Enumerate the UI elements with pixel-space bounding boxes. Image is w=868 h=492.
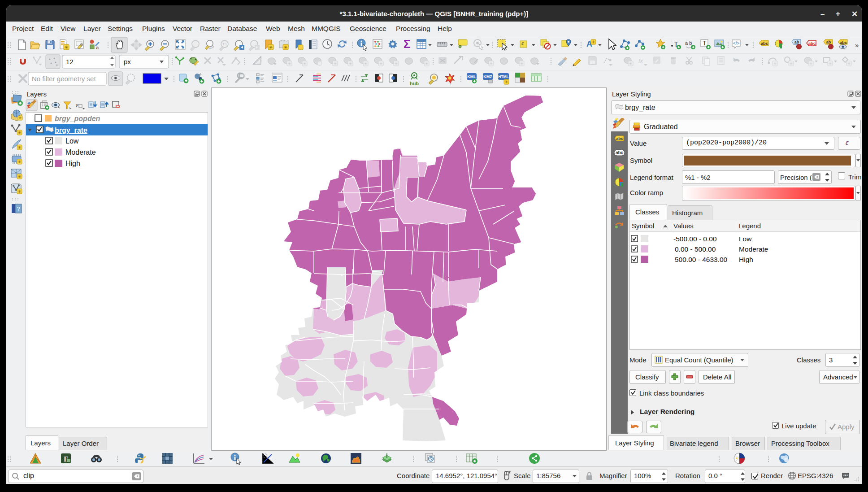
svg-text:✳: ✳ [847,61,851,66]
svg-text:500.00 - 4633.00: 500.00 - 4633.00 [675,256,728,263]
svg-text:✳: ✳ [829,61,832,66]
svg-text:Moderate: Moderate [65,148,96,156]
svg-text:High: High [739,256,753,263]
svg-text:1:1: 1:1 [222,43,227,46]
svg-text:12: 12 [66,58,74,65]
svg-text:hub: hub [410,81,419,86]
svg-text:No filter geometry set: No filter geometry set [32,75,96,83]
svg-text:✳: ✳ [18,145,22,150]
svg-text:✳: ✳ [773,61,777,66]
svg-text:✳: ✳ [65,45,68,50]
svg-text:✳: ✳ [592,40,595,44]
svg-text:a b: a b [685,40,692,46]
svg-text:</>: </> [733,41,740,46]
svg-text:✳: ✳ [284,45,287,50]
svg-text:T: T [703,39,707,47]
svg-text:abc: abc [616,150,624,155]
svg-text:ab: ab [794,40,799,44]
svg-text:✳: ✳ [505,80,508,84]
svg-text:KML: KML [467,74,476,79]
svg-text:High: High [65,160,80,167]
svg-text:✳: ✳ [18,189,22,194]
svg-text:»: » [855,41,859,49]
svg-text:Low: Low [739,235,752,243]
svg-text:abc: abc [761,41,768,46]
svg-text:✳: ✳ [18,174,22,179]
svg-text:✳: ✳ [790,61,793,66]
svg-text:a: a [96,45,99,50]
svg-text:?: ? [17,205,20,212]
svg-text:abc: abc [808,41,816,46]
svg-text:px: px [124,58,131,65]
svg-text:✳: ✳ [18,116,22,120]
svg-text:Moderate: Moderate [739,245,768,253]
svg-text:HTML: HTML [498,74,509,79]
svg-text:abc: abc [616,136,623,141]
svg-text:ε: ε [76,101,78,109]
svg-text:-500.00 - 0.00: -500.00 - 0.00 [673,235,717,243]
svg-text:abc: abc [840,40,847,45]
svg-text:KMZ: KMZ [483,74,492,79]
svg-text:fx: fx [638,57,643,64]
svg-text:✳: ✳ [18,131,22,135]
svg-text:brgy_rate: brgy_rate [55,126,87,134]
svg-text:✳: ✳ [18,160,22,164]
svg-text:0.00 - 500.00: 0.00 - 500.00 [675,245,716,253]
svg-text:brgy_popden: brgy_popden [55,115,100,122]
svg-text:Low: Low [65,137,79,145]
svg-text:✳: ✳ [269,45,273,50]
svg-text:ε: ε [521,39,524,46]
svg-text:ab: ab [826,40,831,44]
svg-text:Σ: Σ [404,37,411,51]
